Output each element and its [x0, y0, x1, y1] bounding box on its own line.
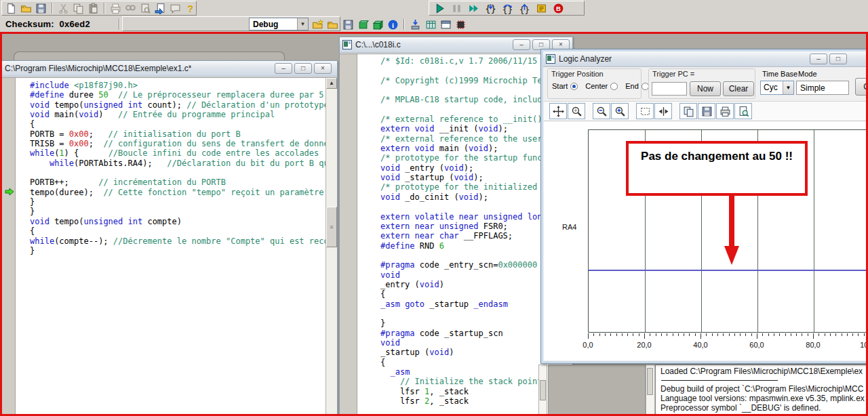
close-button[interactable]: × — [314, 63, 332, 74]
output-left-scrollbar[interactable] — [538, 365, 547, 416]
la-titlebar[interactable]: Logic Analyzer – □ — [543, 51, 868, 67]
build-config-value: Debug — [250, 20, 297, 29]
view-window-button[interactable] — [439, 18, 452, 31]
time-base-value: Cyc — [761, 81, 783, 94]
open-file-button[interactable] — [20, 1, 33, 15]
la-copy-button[interactable] — [679, 103, 697, 119]
radio-end-label: End — [625, 82, 639, 90]
mode-value: Simple — [800, 83, 825, 93]
minimize-button[interactable]: – — [275, 63, 292, 74]
channels-button[interactable]: Ch — [855, 78, 868, 96]
debug-toolbar: {}{}{}B — [429, 1, 585, 16]
scrollbar-thumb[interactable] — [647, 368, 653, 395]
c018i-editor-area: /* $Id: c018i.c,v 1.7 2006/11/15 2/* Cop… — [340, 54, 572, 416]
scrollbar-thumb[interactable]: ≡ — [326, 207, 337, 247]
code-line: while(compte--); //Décremente le nombre … — [30, 236, 326, 246]
la-save-button[interactable] — [698, 103, 715, 119]
zoom-select-button[interactable] — [568, 103, 585, 119]
configure-device-button[interactable] — [454, 18, 467, 31]
step-out-button[interactable]: {} — [517, 1, 532, 15]
editor-window-c018i: C:\...\c018i.c – □ × /* $Id: c018i.c,v 1… — [339, 37, 573, 416]
step-into-button[interactable]: {} — [483, 1, 498, 15]
la-preview-button[interactable] — [734, 103, 752, 119]
help-button[interactable]: ? — [184, 1, 197, 15]
reset-button[interactable] — [534, 1, 549, 15]
radio-center[interactable] — [610, 83, 618, 90]
about-button[interactable]: i — [387, 18, 399, 31]
view-memory-button[interactable] — [424, 18, 437, 31]
toolbar-separator — [403, 19, 405, 30]
minimize-button[interactable]: – — [810, 54, 827, 64]
window-buttons: – □ — [810, 54, 847, 64]
main-toolbar-row: ? {}{}{}B — [0, 0, 868, 16]
code-line: void tempo(unsigned int count); // Décla… — [30, 100, 326, 110]
build-button[interactable] — [357, 18, 370, 31]
save-workspace-button[interactable] — [341, 18, 354, 31]
clear-button[interactable]: Clear — [723, 81, 754, 96]
zoom-out-button[interactable] — [593, 103, 610, 119]
gridline — [814, 130, 814, 332]
build-all-button[interactable] — [372, 18, 384, 31]
halt-button[interactable] — [449, 1, 464, 15]
copy-button[interactable] — [72, 1, 85, 15]
new-project-button[interactable] — [311, 18, 324, 31]
paste-button[interactable] — [87, 1, 100, 15]
program-target-button[interactable] — [409, 18, 422, 31]
ex1-vertical-scrollbar[interactable]: ▲ ≡ — [326, 78, 337, 415]
now-button[interactable]: Now — [690, 81, 721, 96]
radio-start[interactable] — [570, 83, 578, 90]
scroll-up-button[interactable]: ▲ — [326, 78, 337, 89]
build-config-combobox[interactable]: Debug ▼ — [249, 18, 309, 30]
x-tick-label: 80,0 — [802, 341, 825, 349]
cut-button[interactable] — [57, 1, 70, 15]
checksum-caption: Checksum: — [5, 19, 54, 29]
la-print-button[interactable] — [716, 103, 734, 119]
maximize-button[interactable]: □ — [829, 54, 847, 64]
notes-button[interactable] — [169, 1, 182, 15]
c018i-titlebar[interactable]: C:\...\c018i.c – □ × — [340, 37, 572, 53]
save-file-button[interactable] — [35, 1, 47, 15]
new-file-button[interactable] — [5, 1, 18, 15]
x-axis-ticks — [588, 333, 868, 340]
code-line: void tempo(unsigned int compte) — [30, 217, 326, 226]
scrollbar-thumb[interactable] — [540, 380, 546, 400]
open-project-button[interactable] — [326, 18, 339, 31]
svg-text:i: i — [392, 21, 394, 28]
breakpoints-button[interactable]: B — [551, 1, 566, 15]
animate-button[interactable] — [466, 1, 481, 15]
toolbar-separator — [119, 18, 120, 30]
checksum-value: 0x6ed2 — [60, 19, 90, 29]
pan-button[interactable] — [549, 103, 567, 119]
output-line: Preprocessor symbol `__DEBUG' is defined… — [660, 403, 866, 413]
zoom-in-button[interactable] — [611, 103, 629, 119]
trigger-position-group: Trigger Position Start Center End — [547, 68, 642, 99]
trigger-pc-label: Trigger PC = — [652, 70, 694, 78]
ex1-titlebar[interactable]: C:\Program Files\Microchip\MCC18\Exemple… — [2, 61, 337, 77]
time-base-combobox[interactable]: Cyc ▼ — [760, 81, 794, 95]
minimize-button[interactable]: – — [513, 39, 530, 50]
output-lines: Loaded C:\Program Files\Microchip\MCC18\… — [660, 367, 866, 413]
background-pane — [548, 365, 646, 416]
find-in-files-button[interactable] — [139, 1, 152, 15]
chevron-down-icon[interactable]: ▼ — [297, 18, 308, 30]
mode-field[interactable]: Simple — [796, 81, 849, 95]
annotation-text: Pas de changement au 50 !! — [629, 144, 805, 163]
print-button[interactable] — [109, 1, 122, 15]
output-scrollbar[interactable] — [646, 365, 655, 416]
step-over-button[interactable]: {} — [500, 1, 515, 15]
select-region-button[interactable] — [636, 103, 654, 119]
goto-locator-button[interactable] — [154, 1, 167, 15]
code-line: } — [30, 207, 326, 216]
trigger-pc-field[interactable] — [652, 82, 687, 96]
la-toolbar — [544, 101, 868, 121]
maximize-button[interactable]: □ — [294, 63, 312, 74]
channel-label: RA4 — [562, 223, 576, 231]
center-trigger-button[interactable] — [654, 103, 672, 119]
editor-gutter — [340, 54, 357, 416]
run-button[interactable] — [432, 1, 447, 15]
ex1-code[interactable]: #include <p18f87j90.h>#define duree 50 /… — [16, 78, 326, 415]
find-button[interactable] — [124, 1, 137, 15]
code-line: TRISB = 0x00; // configuration du sens d… — [30, 139, 326, 148]
x-tick-label: 0,0 — [576, 341, 599, 349]
code-line: #define duree 50 // Le préprocesseur rem… — [30, 90, 326, 100]
